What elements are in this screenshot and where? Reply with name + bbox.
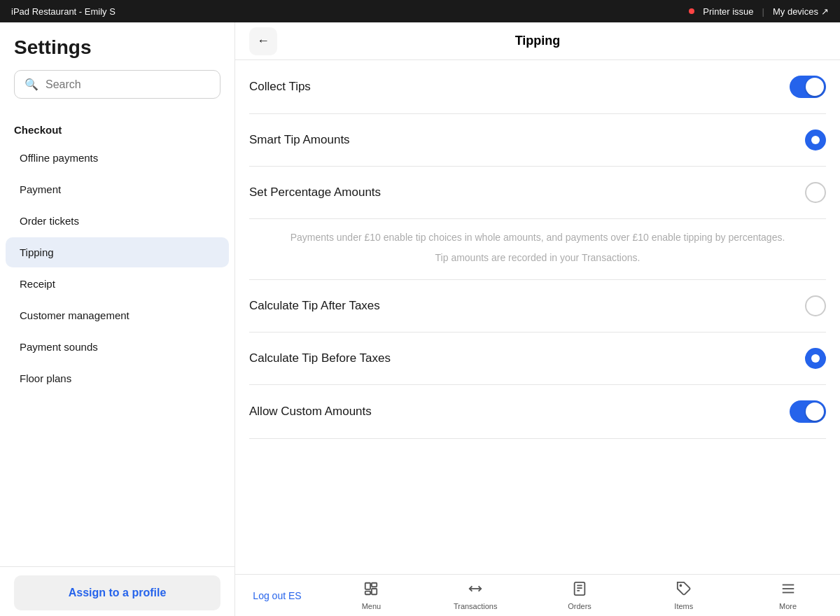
content-area: ← Tipping Collect Tips Smart Tip Amounts bbox=[235, 22, 840, 616]
svg-rect-0 bbox=[365, 582, 370, 589]
info-text-block: Payments under £10 enable tip choices in… bbox=[249, 219, 826, 280]
sidebar-item-customer-management[interactable]: Customer management bbox=[6, 300, 229, 330]
back-button[interactable]: ← bbox=[249, 27, 277, 55]
setting-row-allow-custom: Allow Custom Amounts bbox=[249, 385, 826, 439]
setting-row-tip-after-taxes: Calculate Tip After Taxes bbox=[249, 280, 826, 332]
sidebar-item-payment-sounds[interactable]: Payment sounds bbox=[6, 332, 229, 362]
smart-tip-radio[interactable] bbox=[805, 130, 826, 150]
nav-more-label: More bbox=[779, 602, 797, 610]
tip-after-taxes-label: Calculate Tip After Taxes bbox=[249, 299, 380, 313]
nav-orders-label: Orders bbox=[568, 602, 592, 610]
tip-before-taxes-label: Calculate Tip Before Taxes bbox=[249, 351, 391, 365]
nav-section-checkout: Checkout bbox=[0, 115, 234, 141]
setting-row-smart-tip: Smart Tip Amounts bbox=[249, 114, 826, 167]
sidebar-footer: Assign to a profile bbox=[0, 566, 234, 616]
external-link-icon: ↗ bbox=[821, 6, 829, 17]
top-bar-right: Printer issue | My devices ↗ bbox=[689, 6, 829, 17]
set-percentage-label: Set Percentage Amounts bbox=[249, 186, 381, 200]
nav-item-transactions[interactable]: Transactions bbox=[424, 575, 528, 616]
sidebar-item-offline-payments[interactable]: Offline payments bbox=[6, 143, 229, 173]
info-text-1: Payments under £10 enable tip choices in… bbox=[249, 230, 826, 245]
settings-content: Collect Tips Smart Tip Amounts Set Perce… bbox=[235, 60, 840, 574]
nav-menu-label: Menu bbox=[362, 602, 382, 610]
sidebar-item-order-tickets[interactable]: Order tickets bbox=[6, 206, 229, 236]
page-title: Tipping bbox=[249, 34, 826, 48]
bottom-nav: Log out ES Menu Transactions bbox=[235, 574, 840, 616]
app-title: iPad Restaurant - Emily S bbox=[11, 6, 115, 17]
nav-item-menu[interactable]: Menu bbox=[319, 575, 424, 616]
sidebar-item-floor-plans[interactable]: Floor plans bbox=[6, 363, 229, 393]
sidebar-item-tipping[interactable]: Tipping bbox=[6, 237, 229, 267]
setting-row-set-percentage: Set Percentage Amounts bbox=[249, 167, 826, 219]
collect-tips-toggle[interactable] bbox=[790, 76, 826, 98]
menu-icon bbox=[363, 581, 379, 600]
nav-items-label: Items bbox=[674, 602, 693, 610]
info-text-2: Tip amounts are recorded in your Transac… bbox=[249, 251, 826, 265]
top-bar-divider: | bbox=[762, 6, 764, 17]
top-bar: iPad Restaurant - Emily S Printer issue … bbox=[0, 0, 840, 22]
search-box[interactable]: 🔍 bbox=[14, 70, 220, 99]
allow-custom-label: Allow Custom Amounts bbox=[249, 405, 372, 419]
collect-tips-label: Collect Tips bbox=[249, 80, 311, 94]
allow-custom-toggle[interactable] bbox=[790, 400, 826, 423]
nav-item-more[interactable]: More bbox=[736, 575, 840, 616]
my-devices-link[interactable]: My devices ↗ bbox=[773, 6, 829, 17]
content-header: ← Tipping bbox=[235, 22, 840, 60]
printer-status-dot bbox=[689, 8, 694, 14]
svg-rect-2 bbox=[365, 591, 370, 594]
printer-issue-label: Printer issue bbox=[703, 6, 753, 17]
setting-row-collect-tips: Collect Tips bbox=[249, 60, 826, 114]
logout-button[interactable]: Log out ES bbox=[235, 575, 319, 616]
sidebar-item-receipt[interactable]: Receipt bbox=[6, 269, 229, 299]
assign-profile-button[interactable]: Assign to a profile bbox=[14, 575, 220, 610]
transactions-icon bbox=[468, 581, 483, 600]
tip-after-taxes-radio[interactable] bbox=[805, 295, 826, 316]
sidebar-header: Settings 🔍 bbox=[0, 22, 234, 110]
search-icon: 🔍 bbox=[24, 78, 38, 91]
main-layout: Settings 🔍 Checkout Offline payments Pay… bbox=[0, 22, 840, 616]
set-percentage-radio[interactable] bbox=[805, 182, 826, 203]
nav-item-orders[interactable]: Orders bbox=[528, 575, 632, 616]
setting-row-tip-before-taxes: Calculate Tip Before Taxes bbox=[249, 332, 826, 385]
sidebar: Settings 🔍 Checkout Offline payments Pay… bbox=[0, 22, 235, 616]
svg-point-8 bbox=[680, 584, 681, 586]
sidebar-title: Settings bbox=[14, 36, 220, 59]
svg-rect-1 bbox=[372, 582, 377, 587]
sidebar-nav: Checkout Offline payments Payment Order … bbox=[0, 110, 234, 566]
search-input[interactable] bbox=[46, 78, 210, 91]
sidebar-item-payment[interactable]: Payment bbox=[6, 174, 229, 204]
more-icon bbox=[780, 581, 796, 600]
items-icon bbox=[676, 581, 692, 600]
nav-item-items[interactable]: Items bbox=[631, 575, 736, 616]
smart-tip-label: Smart Tip Amounts bbox=[249, 133, 350, 147]
orders-icon bbox=[572, 581, 587, 600]
svg-rect-3 bbox=[372, 589, 377, 594]
nav-transactions-label: Transactions bbox=[454, 602, 498, 610]
tip-before-taxes-radio[interactable] bbox=[805, 348, 826, 369]
